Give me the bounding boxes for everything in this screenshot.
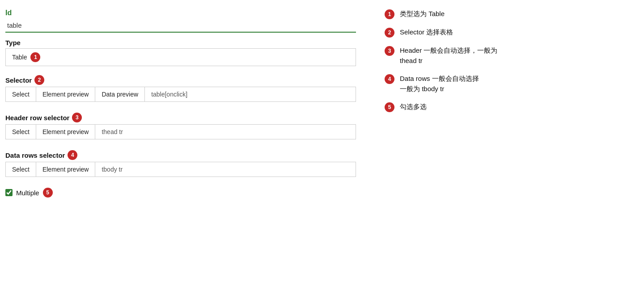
type-row: Table 1 <box>5 48 356 66</box>
selector-element-preview-btn[interactable]: Element preview <box>36 87 96 101</box>
tip-badge-3: 3 <box>385 46 394 56</box>
selector-value: table[onclick] <box>145 87 194 101</box>
header-value: thead tr <box>95 125 129 139</box>
data-rows-row: Select Element preview tbody tr <box>5 162 356 177</box>
tip-badge-2: 2 <box>385 28 394 38</box>
type-label: Type <box>5 39 356 46</box>
tip-badge-4: 4 <box>385 74 394 84</box>
id-input[interactable] <box>5 19 356 33</box>
tip-3: 3 Header 一般会自动选择，一般为thead tr <box>385 46 626 66</box>
data-rows-label: Data rows selector 4 <box>5 150 356 160</box>
multiple-label[interactable]: Multiple <box>16 189 39 197</box>
datarows-element-preview-btn[interactable]: Element preview <box>36 162 96 177</box>
tip-text-2: Selector 选择表格 <box>400 27 453 38</box>
id-label: Id <box>5 9 356 17</box>
tip-2: 2 Selector 选择表格 <box>385 27 626 38</box>
tip-4: 4 Data rows 一般会自动选择一般为 tbody tr <box>385 74 626 94</box>
multiple-badge: 5 <box>43 188 53 198</box>
data-rows-section: Data rows selector 4 Select Element prev… <box>5 150 356 177</box>
selector-select-btn[interactable]: Select <box>6 87 36 101</box>
selector-section: Selector 2 Select Element preview Data p… <box>5 75 356 102</box>
type-cell: Table 1 <box>6 49 356 66</box>
type-badge: 1 <box>30 52 40 62</box>
header-row-section: Header row selector 3 Select Element pre… <box>5 113 356 139</box>
multiple-checkbox[interactable] <box>5 189 13 196</box>
data-rows-badge: 4 <box>68 150 77 160</box>
datarows-select-btn[interactable]: Select <box>6 162 36 177</box>
left-panel: Id Type Table 1 Selector 2 Select Elemen… <box>0 0 367 290</box>
header-element-preview-btn[interactable]: Element preview <box>36 125 96 139</box>
tip-text-1: 类型选为 Table <box>400 9 445 19</box>
tip-text-5: 勾选多选 <box>400 102 427 112</box>
selector-badge: 2 <box>34 75 44 85</box>
tip-text-4: Data rows 一般会自动选择一般为 tbody tr <box>400 74 479 94</box>
tip-badge-1: 1 <box>385 9 394 19</box>
tip-text-3: Header 一般会自动选择，一般为thead tr <box>400 46 497 66</box>
selector-data-preview-btn[interactable]: Data preview <box>95 87 145 101</box>
datarows-value: tbody tr <box>95 162 129 177</box>
header-row-badge: 3 <box>72 113 82 122</box>
tip-5: 5 勾选多选 <box>385 102 626 112</box>
header-row-row: Select Element preview thead tr <box>5 124 356 139</box>
selector-label: Selector 2 <box>5 75 356 85</box>
tip-badge-5: 5 <box>385 102 394 112</box>
right-panel: 1 类型选为 Table 2 Selector 选择表格 3 Header 一般… <box>367 0 644 290</box>
multiple-row: Multiple 5 <box>5 188 356 198</box>
type-section: Type Table 1 <box>5 39 356 66</box>
header-select-btn[interactable]: Select <box>6 125 36 139</box>
header-row-label: Header row selector 3 <box>5 113 356 122</box>
tip-1: 1 类型选为 Table <box>385 9 626 19</box>
selector-row: Select Element preview Data preview tabl… <box>5 87 356 102</box>
id-section: Id <box>5 9 356 33</box>
type-value: Table <box>12 54 27 61</box>
